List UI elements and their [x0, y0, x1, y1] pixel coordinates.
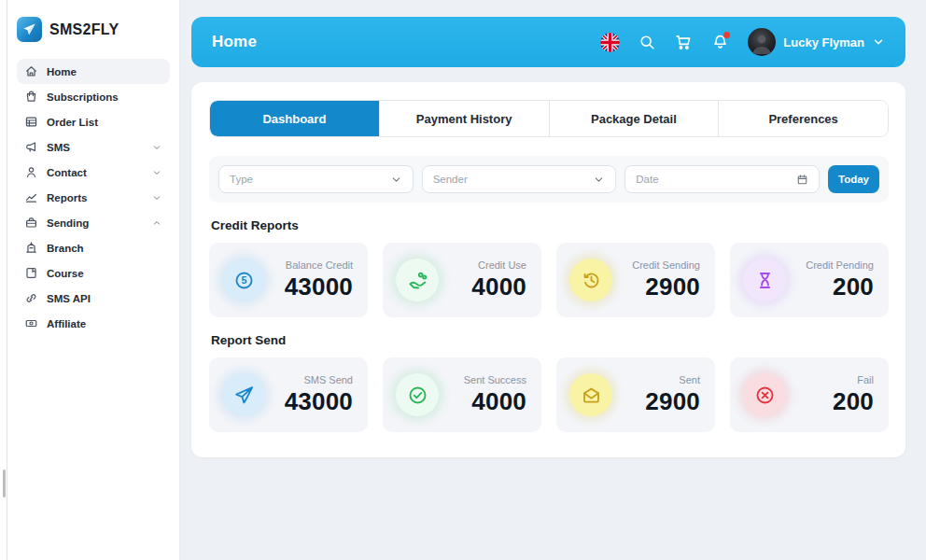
- sidebar-item-subscriptions[interactable]: Subscriptions: [17, 84, 170, 109]
- stat-label: Balance Credit: [285, 259, 353, 271]
- briefcase-icon: [24, 216, 38, 230]
- check-circle-icon: [396, 373, 439, 416]
- brand-logo-icon: [17, 17, 42, 42]
- home-icon: [24, 64, 38, 78]
- megaphone-icon: [24, 140, 38, 154]
- stat-label: Sent Success: [464, 374, 526, 385]
- cart-icon[interactable]: [675, 34, 693, 51]
- sender-select-placeholder: Sender: [433, 174, 594, 185]
- sidebar-item-label: Branch: [47, 243, 162, 254]
- sidebar-item-sms-api[interactable]: SMS API: [17, 286, 170, 311]
- stat-value: 4000: [471, 273, 526, 301]
- sidebar-item-label: Contact: [47, 167, 143, 178]
- user-menu[interactable]: Lucky Flyman: [748, 28, 885, 56]
- mail-open-icon: [569, 373, 612, 416]
- stat-label: Fail: [833, 374, 874, 385]
- stat-card-sent-success: Sent Success 4000: [383, 357, 541, 432]
- stat-value: 43000: [285, 273, 353, 301]
- stat-card-credit-pending: Credit Pending 200: [730, 243, 889, 317]
- building-icon: [24, 241, 38, 255]
- filter-bar: Type Sender Date Today: [209, 156, 889, 203]
- stat-card-sent: Sent 2900: [556, 357, 715, 432]
- search-icon[interactable]: [638, 34, 656, 51]
- avatar: [748, 28, 776, 56]
- tab-bar: Dashboard Payment History Package Detail…: [209, 100, 889, 137]
- banknote-icon: [24, 316, 38, 330]
- stat-label: Credit Use: [471, 259, 526, 271]
- chevron-up-icon: [151, 217, 162, 229]
- chevron-down-icon: [872, 35, 885, 49]
- sidebar-item-label: Home: [47, 66, 162, 77]
- date-input[interactable]: Date: [624, 165, 820, 193]
- sidebar-item-label: Order List: [47, 117, 162, 128]
- stat-card-credit-use: Credit Use 4000: [383, 243, 541, 317]
- type-select[interactable]: Type: [218, 165, 414, 193]
- sidebar-item-affiliate[interactable]: Affiliate: [17, 311, 170, 336]
- user-name: Lucky Flyman: [783, 35, 864, 49]
- sidebar-item-order-list[interactable]: Order List: [17, 109, 170, 134]
- sidebar-item-home[interactable]: Home: [17, 59, 170, 84]
- language-flag-uk-icon[interactable]: [600, 33, 620, 52]
- sidebar-item-label: Affiliate: [47, 318, 162, 329]
- tab-preferences[interactable]: Preferences: [718, 101, 888, 136]
- sidebar-item-course[interactable]: Course: [17, 260, 170, 286]
- shopping-bag-icon: [24, 90, 38, 104]
- stat-value: 2900: [632, 273, 700, 301]
- clock-icon: [569, 259, 612, 301]
- sidebar-item-sms[interactable]: SMS: [17, 134, 170, 160]
- svg-text:5: 5: [241, 274, 246, 286]
- tab-dashboard[interactable]: Dashboard: [210, 101, 379, 136]
- header-actions: Lucky Flyman: [600, 28, 885, 56]
- brand-logo: SMS2FLY: [17, 17, 170, 42]
- x-circle-icon: [743, 373, 786, 416]
- paper-plane-icon: [222, 373, 265, 416]
- tab-payment-history[interactable]: Payment History: [379, 101, 549, 136]
- stat-label: Credit Pending: [806, 259, 874, 271]
- sidebar-item-label: Subscriptions: [47, 91, 162, 103]
- today-button[interactable]: Today: [828, 165, 879, 193]
- sidebar-item-reports[interactable]: Reports: [17, 185, 170, 210]
- scrollbar-thumb[interactable]: [3, 469, 6, 497]
- type-select-placeholder: Type: [230, 174, 390, 185]
- sidebar-nav: Home Subscriptions Order List SMS Contac…: [17, 59, 170, 336]
- sidebar-item-label: SMS: [47, 142, 143, 153]
- sender-select[interactable]: Sender: [422, 165, 617, 193]
- coin-5-icon: 5: [222, 259, 265, 301]
- sidebar-item-label: Sending: [47, 217, 143, 229]
- sidebar: SMS2FLY Home Subscriptions Order List SM…: [0, 0, 180, 560]
- chevron-down-icon: [151, 142, 162, 153]
- stat-label: Sent: [645, 374, 700, 385]
- page-title: Home: [212, 33, 257, 51]
- hand-coins-icon: [396, 259, 439, 301]
- main-area: Home: [180, 0, 926, 560]
- notification-dot: [723, 32, 730, 38]
- tab-package-detail[interactable]: Package Detail: [549, 101, 719, 136]
- sidebar-item-sending[interactable]: Sending: [17, 210, 170, 235]
- user-icon: [24, 165, 38, 179]
- book-icon: [24, 266, 38, 280]
- list-table-icon: [24, 115, 38, 129]
- stat-card-sms-send: SMS Send 43000: [209, 357, 368, 432]
- section-title-report-send: Report Send: [211, 333, 887, 347]
- sidebar-item-branch[interactable]: Branch: [17, 235, 170, 260]
- date-input-placeholder: Date: [636, 174, 796, 185]
- sidebar-item-contact[interactable]: Contact: [17, 160, 170, 185]
- sidebar-item-label: Reports: [47, 192, 143, 203]
- stat-value: 200: [833, 387, 874, 416]
- brand-name: SMS2FLY: [49, 21, 119, 38]
- sidebar-item-label: SMS API: [47, 293, 162, 304]
- stat-label: SMS Send: [285, 374, 353, 385]
- notifications-bell-icon[interactable]: [711, 34, 729, 51]
- chevron-down-icon: [151, 167, 162, 178]
- sidebar-item-label: Course: [47, 268, 162, 279]
- hourglass-icon: [743, 259, 786, 301]
- chevron-down-icon: [593, 174, 605, 186]
- calendar-icon: [796, 174, 808, 186]
- chart-icon: [24, 190, 38, 204]
- stat-value: 2900: [645, 387, 700, 416]
- content-panel: Dashboard Payment History Package Detail…: [191, 82, 905, 457]
- stat-value: 200: [806, 273, 874, 301]
- report-send-cards: SMS Send 43000 Sent Success 4000 Sent: [209, 357, 889, 432]
- stat-card-balance-credit: 5 Balance Credit 43000: [209, 243, 368, 317]
- top-header: Home: [191, 17, 905, 67]
